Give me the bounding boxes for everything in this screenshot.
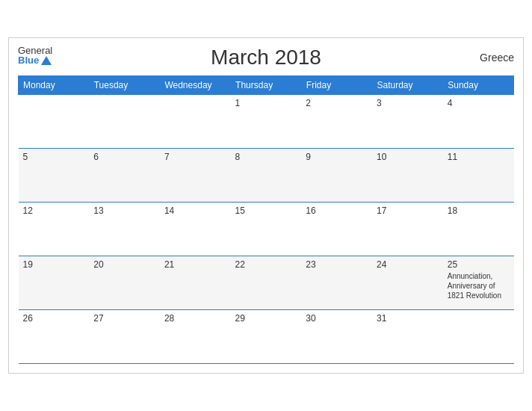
table-row: 22 <box>231 256 302 310</box>
day-number: 4 <box>448 98 453 108</box>
table-row: 30 <box>301 310 372 364</box>
day-number: 15 <box>235 206 245 216</box>
day-number: 18 <box>448 206 457 216</box>
table-row: 23 <box>301 256 372 310</box>
table-row: 17 <box>372 203 443 256</box>
calendar-title: March 2018 <box>211 46 321 69</box>
day-number: 2 <box>306 98 311 108</box>
day-number: 21 <box>164 259 174 270</box>
day-number: 25 <box>448 259 457 270</box>
table-row: 19 <box>19 256 90 310</box>
day-number: 24 <box>377 259 386 270</box>
day-number: 12 <box>23 206 33 216</box>
calendar-week-row: 12131415161718 <box>19 203 514 256</box>
day-number: 8 <box>235 152 241 162</box>
day-number: 1 <box>235 98 241 108</box>
col-monday: Monday <box>19 76 90 95</box>
table-row: 3 <box>372 95 443 149</box>
calendar-week-row: 19202122232425Annunciation, Anniversary … <box>19 256 514 310</box>
calendar-week-row: 567891011 <box>19 149 514 203</box>
table-row: 5 <box>19 149 90 203</box>
table-row: 26 <box>19 310 90 364</box>
table-row <box>443 310 514 364</box>
table-row: 7 <box>160 149 231 203</box>
logo-blue-text: Blue <box>18 55 52 65</box>
table-row: 14 <box>160 203 231 256</box>
table-row <box>19 95 90 149</box>
table-row: 18 <box>443 203 514 256</box>
table-row: 12 <box>19 203 90 256</box>
table-row: 1 <box>231 95 302 149</box>
calendar-header: General Blue March 2018 Greece <box>18 46 514 69</box>
calendar-week-row: 262728293031 <box>19 310 514 364</box>
day-number: 20 <box>93 259 103 270</box>
table-row <box>160 95 231 149</box>
table-row: 31 <box>372 310 443 364</box>
day-number: 26 <box>23 313 33 324</box>
table-row: 29 <box>231 310 302 364</box>
calendar-container: General Blue March 2018 Greece Monday Tu… <box>8 37 524 374</box>
col-sunday: Sunday <box>443 76 514 95</box>
day-number: 19 <box>23 259 33 270</box>
table-row: 24 <box>372 256 443 310</box>
day-number: 17 <box>377 206 386 216</box>
logo-triangle-icon <box>41 56 52 65</box>
day-number: 9 <box>306 152 311 162</box>
table-row: 6 <box>89 149 160 203</box>
table-row: 16 <box>301 203 372 256</box>
day-number: 5 <box>23 152 28 162</box>
day-number: 14 <box>164 206 174 216</box>
table-row: 28 <box>160 310 231 364</box>
table-row: 11 <box>443 149 514 203</box>
day-number: 6 <box>93 152 99 162</box>
day-number: 13 <box>93 206 103 216</box>
day-number: 7 <box>164 152 170 162</box>
col-wednesday: Wednesday <box>160 76 231 95</box>
day-number: 28 <box>164 313 174 324</box>
table-row: 13 <box>89 203 160 256</box>
col-tuesday: Tuesday <box>89 76 160 95</box>
table-row: 20 <box>89 256 160 310</box>
col-friday: Friday <box>301 76 372 95</box>
day-number: 23 <box>306 259 315 270</box>
table-row: 2 <box>301 95 372 149</box>
country-label: Greece <box>480 52 514 64</box>
col-saturday: Saturday <box>372 76 443 95</box>
table-row: 27 <box>89 310 160 364</box>
logo: General Blue <box>18 46 52 65</box>
table-row: 4 <box>443 95 514 149</box>
day-number: 30 <box>306 313 315 324</box>
table-row: 9 <box>301 149 372 203</box>
day-number: 31 <box>377 313 386 324</box>
table-row: 21 <box>160 256 231 310</box>
table-row: 8 <box>231 149 302 203</box>
day-number: 29 <box>235 313 245 324</box>
calendar-week-row: 1234 <box>19 95 514 149</box>
table-row: 15 <box>231 203 302 256</box>
day-number: 22 <box>235 259 245 270</box>
col-thursday: Thursday <box>231 76 302 95</box>
table-row <box>89 95 160 149</box>
event-text: Annunciation, Anniversary of 1821 Revolu… <box>448 271 510 300</box>
table-row: 10 <box>372 149 443 203</box>
day-number: 16 <box>306 206 315 216</box>
calendar-grid: Monday Tuesday Wednesday Thursday Friday… <box>18 75 514 364</box>
table-row: 25Annunciation, Anniversary of 1821 Revo… <box>443 256 514 310</box>
day-number: 3 <box>377 98 382 108</box>
days-header-row: Monday Tuesday Wednesday Thursday Friday… <box>19 76 514 95</box>
day-number: 10 <box>377 152 386 162</box>
day-number: 11 <box>448 152 457 162</box>
day-number: 27 <box>93 313 103 324</box>
